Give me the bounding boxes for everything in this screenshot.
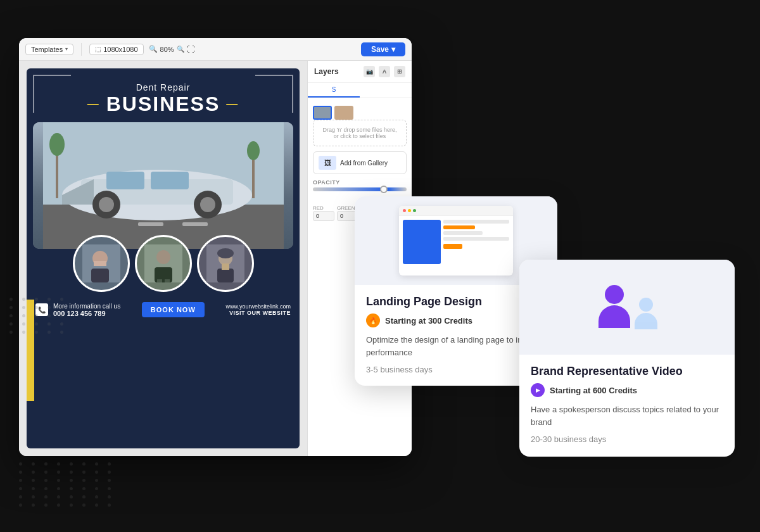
tab-other[interactable] bbox=[360, 83, 412, 98]
gallery-icon: 🖼 bbox=[319, 156, 336, 170]
browser-body bbox=[399, 216, 513, 268]
browser-content bbox=[443, 220, 509, 264]
dot bbox=[35, 314, 38, 317]
mechanic-2-icon bbox=[144, 244, 182, 282]
landing-credits-text: Starting at 300 Credits bbox=[385, 316, 472, 326]
layer-thumb-1[interactable] bbox=[313, 106, 332, 120]
brand-card-title: Brand Representative Video bbox=[531, 365, 723, 378]
slider-thumb bbox=[380, 186, 388, 193]
dot bbox=[35, 306, 38, 309]
svg-rect-25 bbox=[165, 279, 170, 282]
zoom-control: 🔍 80% 🔍 ⛶ bbox=[149, 45, 194, 54]
circle-img-1 bbox=[73, 235, 130, 292]
mechanic-3-icon bbox=[206, 244, 244, 282]
editor-main: Dent Repair — Business — bbox=[19, 61, 412, 456]
browser-line-short bbox=[443, 231, 483, 235]
save-button[interactable]: Save ▾ bbox=[361, 42, 405, 56]
dot bbox=[48, 314, 51, 317]
text-icon[interactable]: A bbox=[379, 66, 390, 77]
title-dash-right: — bbox=[226, 98, 239, 111]
canvas-header: Dent Repair — Business — bbox=[27, 68, 300, 122]
dot bbox=[48, 298, 51, 301]
brand-credits-text: Starting at 600 Credits bbox=[550, 386, 637, 395]
photo-icon[interactable]: 📷 bbox=[364, 66, 375, 77]
brand-card-description: Have a spokesperson discuss topics relat… bbox=[531, 403, 723, 428]
dot bbox=[10, 314, 13, 317]
dot bbox=[10, 298, 13, 301]
canvas-title-text: Business bbox=[106, 92, 220, 116]
svg-point-22 bbox=[156, 250, 170, 264]
red-label: RED bbox=[313, 205, 334, 211]
browser-btn-row bbox=[443, 244, 509, 249]
brand-card-credits: ▶ Starting at 600 Credits bbox=[531, 383, 723, 397]
save-chevron-icon: ▾ bbox=[391, 45, 395, 54]
design-canvas[interactable]: Dent Repair — Business — bbox=[27, 68, 300, 448]
circles-row bbox=[27, 230, 300, 297]
drag-drop-text: Drag 'n' drop some files here, or click … bbox=[320, 127, 400, 139]
tab-layers[interactable]: S bbox=[308, 83, 360, 98]
browser-dot-green bbox=[413, 209, 416, 212]
zoom-level: 80% bbox=[160, 46, 174, 53]
add-from-gallery-button[interactable]: 🖼 Add from Gallery bbox=[313, 151, 407, 174]
dot bbox=[60, 298, 63, 301]
save-label: Save bbox=[371, 45, 389, 54]
drag-drop-area[interactable]: Drag 'n' drop some files here, or click … bbox=[313, 120, 407, 146]
zoom-in-icon[interactable]: 🔍 bbox=[177, 46, 184, 53]
person-body bbox=[598, 305, 630, 328]
resize-icon: ⬚ bbox=[95, 46, 101, 53]
layer-thumb-2[interactable] bbox=[334, 106, 353, 120]
templates-label: Templates bbox=[31, 46, 63, 53]
dot bbox=[22, 306, 25, 309]
dot bbox=[10, 306, 13, 309]
dot bbox=[48, 331, 51, 334]
svg-rect-11 bbox=[138, 222, 163, 226]
dot bbox=[60, 314, 63, 317]
dot-grid-left bbox=[10, 298, 68, 334]
dot bbox=[48, 322, 51, 326]
title-dash-left: — bbox=[87, 98, 100, 111]
book-now-button[interactable]: BOOK NOW bbox=[142, 302, 205, 317]
templates-dropdown[interactable]: Templates ▾ bbox=[25, 44, 73, 55]
person-secondary-icon bbox=[630, 298, 662, 329]
dot bbox=[35, 322, 38, 326]
brand-card-body: Brand Representative Video ▶ Starting at… bbox=[519, 355, 735, 457]
layers-panel-header: Layers 📷 A ⊞ bbox=[308, 61, 412, 83]
svg-rect-6 bbox=[151, 172, 189, 189]
brand-credits-icon: ▶ bbox=[531, 383, 545, 397]
svg-rect-20 bbox=[94, 261, 106, 266]
red-field: RED 0 bbox=[313, 205, 334, 221]
person-head-small bbox=[639, 298, 653, 312]
brand-card-image bbox=[519, 260, 735, 355]
svg-point-28 bbox=[217, 248, 234, 258]
svg-rect-12 bbox=[182, 222, 208, 226]
browser-line-accent bbox=[443, 225, 475, 229]
layers-title: Layers bbox=[314, 67, 339, 76]
brand-rep-card: Brand Representative Video ▶ Starting at… bbox=[519, 260, 735, 457]
circle-img-3 bbox=[197, 235, 254, 292]
editor-window: Templates ▾ ⬚ 1080x1080 🔍 80% 🔍 ⛶ Save ▾ bbox=[19, 38, 412, 456]
canvas-title: — Business — bbox=[39, 92, 287, 116]
svg-rect-30 bbox=[222, 263, 229, 270]
canvas-size-selector[interactable]: ⬚ 1080x1080 bbox=[89, 44, 143, 55]
grid-icon[interactable]: ⊞ bbox=[394, 66, 405, 77]
browser-btn bbox=[443, 244, 462, 249]
thumbnail-row bbox=[313, 106, 407, 120]
dot bbox=[22, 314, 25, 317]
dot bbox=[35, 331, 38, 334]
canvas-area: Dent Repair — Business — bbox=[19, 61, 307, 456]
dot bbox=[10, 331, 13, 334]
opacity-slider[interactable] bbox=[313, 187, 407, 191]
browser-sidebar bbox=[403, 220, 441, 264]
zoom-out-icon[interactable]: 🔍 bbox=[149, 45, 158, 53]
person-body-small bbox=[635, 313, 657, 329]
circle-img-2 bbox=[135, 235, 192, 292]
fullscreen-icon[interactable]: ⛶ bbox=[187, 45, 194, 54]
person-group-icon bbox=[592, 285, 662, 329]
opacity-label: OPACITY bbox=[313, 179, 407, 186]
red-value[interactable]: 0 bbox=[313, 211, 334, 221]
accent-bar bbox=[27, 300, 34, 401]
browser-mockup bbox=[399, 206, 513, 276]
browser-bar bbox=[399, 206, 513, 216]
svg-point-8 bbox=[99, 197, 114, 212]
svg-rect-19 bbox=[91, 269, 109, 282]
